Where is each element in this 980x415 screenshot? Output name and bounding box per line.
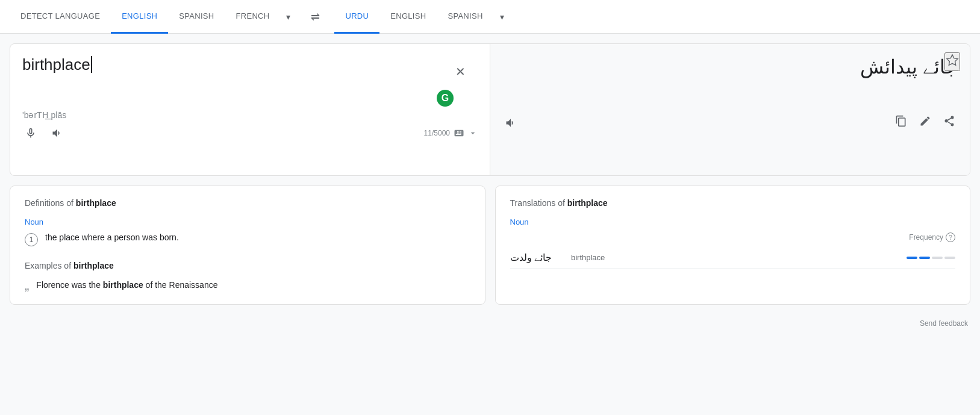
freq-segment-1 [907,257,917,259]
tab-target-spanish[interactable]: SPANISH [437,0,493,34]
definitions-title-prefix: Definitions of [25,198,76,208]
tab-source-spanish[interactable]: SPANISH [168,0,225,34]
examples-title-word: birthplace [73,261,114,270]
target-lang-tabs: URDU ENGLISH SPANISH ▾ [334,0,510,34]
grammarly-icon[interactable]: G [437,90,454,107]
definitions-pos: Noun [25,217,470,226]
translation-urdu: جائے ولدت [510,252,552,263]
examples-section: Examples of birthplace „ Florence was th… [25,261,470,292]
chevron-down-icon: ▾ [286,12,290,22]
frequency-label: Frequency [909,233,943,242]
frequency-help-icon[interactable]: ? [946,232,955,242]
translation-english: birthplace [571,253,605,262]
freq-segment-2 [919,257,930,259]
definitions-title-word: birthplace [76,198,116,208]
translation-row: جائے ولدت birthplace [510,247,956,269]
swap-languages-button[interactable]: ⇌ [296,0,334,34]
freq-segment-3 [932,257,943,259]
speaker-button-left[interactable] [49,125,66,142]
definition-number: 1 [25,233,38,246]
tab-target-urdu[interactable]: URDU [334,0,379,34]
translations-title: Translations of birthplace [510,198,956,208]
swap-icon: ⇌ [311,10,320,23]
top-bar: DETECT LANGUAGE ENGLISH SPANISH FRENCH ▾… [0,0,980,34]
grammarly-letter: G [442,93,449,104]
example-item: „ Florence was the birthplace of the Ren… [25,280,470,292]
definition-text: the place where a person was born. [45,232,179,242]
target-panel: جائے پیدائش [490,44,970,175]
definitions-panel: Definitions of birthplace Noun 1 the pla… [10,186,485,305]
definition-item: 1 the place where a person was born. [25,232,470,246]
translated-text: جائے پیدائش [502,54,958,81]
edit-button[interactable] [917,113,934,133]
freq-segment-4 [944,257,955,259]
translations-pos: Noun [510,217,956,226]
source-panel: birthplace G ✕ 'bərTH͟ plās 11/5000 [10,44,490,175]
example-text: Florence was the birthplace of the Renai… [36,280,217,290]
translations-title-word: birthplace [567,198,608,208]
more-options-button[interactable] [468,128,478,138]
examples-title: Examples of birthplace [25,261,470,270]
char-count: 11/5000 [424,128,478,139]
target-lang-more-button[interactable]: ▾ [494,0,510,34]
frequency-header: Frequency ? [510,232,956,242]
source-text: birthplace [22,54,90,75]
example-bold-word: birthplace [103,280,143,290]
source-lang-tabs: DETECT LANGUAGE ENGLISH SPANISH FRENCH ▾ [10,0,296,34]
tab-detect-language[interactable]: DETECT LANGUAGE [10,0,111,34]
char-count-text: 11/5000 [424,129,450,137]
tab-source-french[interactable]: FRENCH [225,0,281,34]
example-text-after: of the Renaissance [143,280,218,290]
phonetic-text: 'bərTH͟ plās [22,110,478,120]
translations-title-prefix: Translations of [510,198,567,208]
text-cursor [91,56,92,73]
keyboard-button[interactable] [454,128,464,139]
microphone-button[interactable] [22,125,39,142]
frequency-bar [907,257,955,259]
copy-button[interactable] [893,113,910,133]
quote-mark-icon: „ [25,279,29,292]
lower-section: Definitions of birthplace Noun 1 the pla… [10,186,970,305]
speaker-button-right[interactable] [502,114,519,131]
footer: Send feedback [0,314,980,332]
translate-panel: birthplace G ✕ 'bərTH͟ plās 11/5000 [10,43,970,176]
tab-source-english[interactable]: ENGLISH [111,0,168,34]
target-bottom-bar [502,113,958,133]
definitions-title: Definitions of birthplace [25,198,470,208]
examples-title-prefix: Examples of [25,261,73,270]
translations-panel: Translations of birthplace Noun Frequenc… [495,186,971,305]
source-lang-more-button[interactable]: ▾ [280,0,296,34]
tab-target-english[interactable]: ENGLISH [379,0,437,34]
right-action-buttons [893,113,958,133]
clear-button[interactable]: ✕ [453,62,468,81]
favorite-button[interactable] [944,52,960,71]
share-button[interactable] [941,113,958,133]
source-bottom-bar: 11/5000 [22,125,478,142]
send-feedback-link[interactable]: Send feedback [920,319,968,328]
example-text-before: Florence was the [36,280,103,290]
chevron-down-icon: ▾ [500,12,504,22]
